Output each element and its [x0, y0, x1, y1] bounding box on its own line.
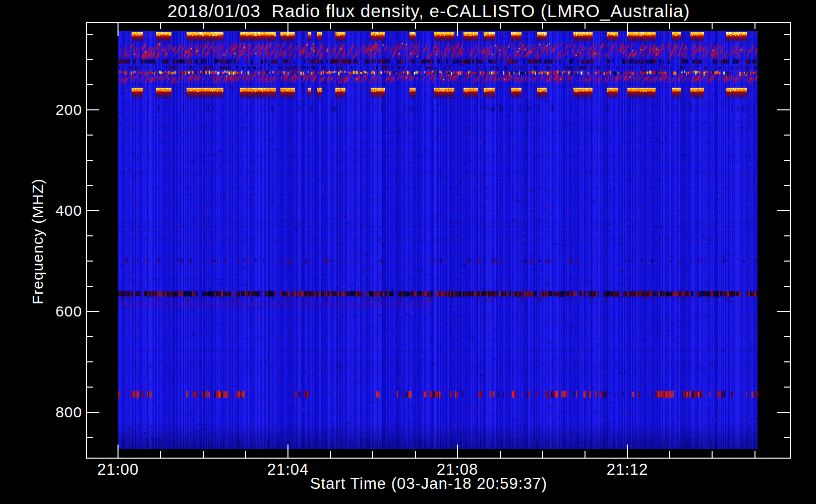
x-axis-title: Start Time (03-Jan-18 20:59:37) — [76, 475, 782, 493]
x-minor-tick — [330, 451, 331, 458]
y-minor-tick-right — [784, 361, 790, 362]
y-minor-tick — [86, 336, 93, 337]
y-minor-tick-right — [784, 84, 790, 85]
y-major-tick-right — [777, 109, 790, 110]
y-major-tick — [86, 210, 99, 211]
spectrogram-figure: 2018/01/03 Radio flux density, e-CALLIST… — [0, 0, 816, 504]
x-major-tick — [118, 445, 119, 458]
y-major-tick-right — [777, 311, 790, 312]
x-minor-tick-top — [245, 23, 246, 29]
x-major-tick-top — [118, 23, 119, 36]
y-minor-tick — [86, 361, 93, 362]
x-minor-tick — [372, 451, 373, 458]
x-major-tick — [287, 445, 288, 458]
y-tick-label: 800 — [20, 404, 82, 421]
x-minor-tick — [203, 451, 204, 458]
x-minor-tick — [754, 451, 755, 458]
y-minor-tick-right — [784, 59, 790, 60]
y-major-tick — [86, 311, 99, 312]
y-major-tick-right — [777, 210, 790, 211]
y-minor-tick-right — [784, 185, 790, 186]
x-minor-tick-top — [203, 23, 204, 29]
x-minor-tick-top — [669, 23, 670, 29]
x-major-tick-top — [287, 23, 288, 36]
y-minor-tick-right — [784, 286, 790, 287]
x-minor-tick — [669, 451, 670, 458]
y-minor-tick-right — [784, 437, 790, 438]
x-minor-tick — [542, 451, 543, 458]
y-minor-tick — [86, 84, 93, 85]
x-minor-tick-top — [542, 23, 543, 29]
y-tick-label: 600 — [20, 303, 82, 320]
x-minor-tick — [160, 451, 161, 458]
chart-title: 2018/01/03 Radio flux density, e-CALLIST… — [76, 1, 782, 21]
y-minor-tick — [86, 286, 93, 287]
y-minor-tick-right — [784, 336, 790, 337]
y-minor-tick — [86, 261, 93, 262]
y-minor-tick — [86, 160, 93, 161]
x-minor-tick-top — [415, 23, 416, 29]
y-minor-tick-right — [784, 135, 790, 136]
y-minor-tick — [86, 59, 93, 60]
y-tick-label: 200 — [20, 101, 82, 118]
y-major-tick — [86, 412, 99, 413]
x-minor-tick — [585, 451, 586, 458]
plot-frame — [86, 22, 791, 459]
y-minor-tick-right — [784, 235, 790, 236]
y-minor-tick-right — [784, 387, 790, 388]
y-minor-tick — [86, 235, 93, 236]
y-minor-tick — [86, 387, 93, 388]
x-minor-tick-top — [754, 23, 755, 29]
y-minor-tick-right — [784, 34, 790, 35]
y-minor-tick — [86, 437, 93, 438]
y-tick-label: 400 — [20, 202, 82, 219]
x-minor-tick-top — [330, 23, 331, 29]
x-minor-tick-top — [712, 23, 713, 29]
x-major-tick-top — [627, 23, 628, 36]
x-minor-tick — [415, 451, 416, 458]
y-minor-tick — [86, 34, 93, 35]
x-major-tick — [457, 445, 458, 458]
y-major-tick — [86, 109, 99, 110]
x-minor-tick-top — [500, 23, 501, 29]
x-minor-tick-top — [372, 23, 373, 29]
x-minor-tick — [500, 451, 501, 458]
x-minor-tick-top — [160, 23, 161, 29]
x-major-tick — [627, 445, 628, 458]
y-minor-tick-right — [784, 160, 790, 161]
x-minor-tick — [712, 451, 713, 458]
y-minor-tick — [86, 135, 93, 136]
y-minor-tick — [86, 185, 93, 186]
x-major-tick-top — [457, 23, 458, 36]
y-minor-tick-right — [784, 261, 790, 262]
x-minor-tick-top — [585, 23, 586, 29]
x-minor-tick — [245, 451, 246, 458]
y-major-tick-right — [777, 412, 790, 413]
